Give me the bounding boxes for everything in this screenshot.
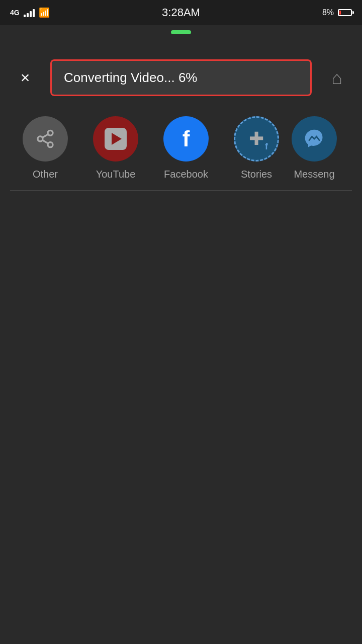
- converting-video-box: Converting Video... 6%: [50, 59, 312, 96]
- battery-percent: 8%: [322, 8, 334, 17]
- svg-line-4: [42, 134, 48, 138]
- signal-bar-4: [33, 9, 35, 17]
- stories-icon-circle: ✚ f: [234, 116, 279, 162]
- signal-bar-1: [24, 15, 26, 17]
- close-button[interactable]: ×: [10, 63, 40, 93]
- youtube-play-icon: [105, 128, 127, 150]
- status-bar: 4G 📶 3:28AM 8%: [0, 0, 362, 25]
- messenger-icon-circle: [292, 116, 337, 162]
- converting-video-text: Converting Video... 6%: [64, 70, 197, 85]
- battery-fill: [339, 11, 341, 15]
- battery-icon: [338, 9, 352, 16]
- share-item-facebook[interactable]: f Facebook: [151, 116, 221, 180]
- facebook-icon: f: [183, 126, 190, 151]
- youtube-icon-circle: [93, 116, 138, 162]
- svg-point-2: [48, 142, 53, 147]
- status-time: 3:28AM: [162, 6, 200, 19]
- close-icon: ×: [21, 68, 30, 87]
- share-item-messenger[interactable]: Messeng: [292, 116, 337, 180]
- stories-icon: ✚ f: [249, 128, 264, 149]
- messenger-label: Messeng: [294, 169, 334, 180]
- home-button[interactable]: ⌂: [322, 63, 352, 93]
- status-right: 8%: [322, 8, 352, 17]
- svg-point-0: [48, 130, 53, 135]
- status-left: 4G 📶: [10, 7, 50, 18]
- other-icon-circle: [23, 116, 68, 162]
- share-item-other[interactable]: Other: [10, 116, 80, 180]
- top-row: × Converting Video... 6% ⌂: [10, 59, 352, 96]
- svg-line-3: [42, 140, 48, 144]
- messenger-icon: [303, 128, 325, 150]
- facebook-icon-circle: f: [163, 116, 209, 162]
- main-content: × Converting Video... 6% ⌂ Other: [0, 34, 362, 201]
- youtube-label: YouTube: [96, 169, 136, 180]
- green-indicator: [171, 30, 191, 34]
- share-item-stories[interactable]: ✚ f Stories: [221, 116, 292, 180]
- stories-f-badge: f: [265, 141, 268, 152]
- signal-bar-2: [27, 13, 29, 17]
- other-label: Other: [33, 169, 58, 180]
- svg-point-1: [38, 136, 43, 141]
- share-apps-row: Other YouTube f Facebook ✚ f: [10, 116, 352, 180]
- stories-label: Stories: [241, 169, 272, 180]
- signal-icon: [24, 8, 35, 17]
- signal-bar-3: [30, 11, 32, 17]
- home-icon: ⌂: [331, 67, 342, 89]
- facebook-label: Facebook: [164, 169, 208, 180]
- divider: [10, 190, 352, 191]
- share-icon: [35, 129, 55, 149]
- network-type-label: 4G: [10, 9, 20, 17]
- wifi-icon: 📶: [39, 7, 50, 18]
- play-triangle: [112, 133, 122, 145]
- stories-plus-icon: ✚: [249, 128, 264, 149]
- share-item-youtube[interactable]: YouTube: [80, 116, 151, 180]
